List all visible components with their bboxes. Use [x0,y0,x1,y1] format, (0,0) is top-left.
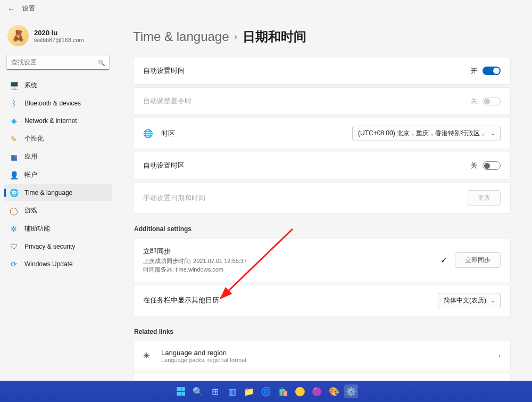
row-label: 手动设置日期和时间 [143,193,205,203]
language-icon: ✳ [143,351,153,360]
user-name: 2020 lu [34,29,84,37]
row-label: 自动设置时区 [143,161,185,170]
taskbar: 🔍 ⊞ ▥ 📁 🌀 🛍️ 🟡 🟣 🎨 ⚙️ [0,381,532,402]
taskbar-explorer-icon[interactable]: 📁 [242,384,256,398]
checkmark-icon: ✓ [440,255,447,265]
sidebar-item-personalization[interactable]: ✎个性化 [4,130,112,147]
taskbar-settings-icon[interactable]: ⚙️ [344,384,358,398]
taskbar-widgets-icon[interactable]: ▥ [225,384,239,398]
user-block[interactable]: 🧸 2020 lu wslbb87@163.com [4,25,112,55]
search-box: 🔍 [6,55,110,70]
sync-line1: 上次成功同步时间: 2021.07.01 12:56:37 [143,257,247,266]
toggle-auto-tz[interactable]: 关 [471,161,501,170]
sidebar-item-accessibility[interactable]: ✲辅助功能 [4,220,112,237]
sidebar-item-accounts[interactable]: 👤帐户 [4,166,112,184]
sidebar-item-gaming[interactable]: ◯游戏 [4,202,112,219]
gaming-icon: ◯ [10,207,18,215]
row-manual-datetime: 手动设置日期和时间 更改 [133,182,511,214]
breadcrumb-current: 日期和时间 [243,28,306,45]
taskbar-paint-icon[interactable]: 🎨 [327,384,341,398]
row-label: 在任务栏中显示其他日历 [143,296,219,305]
taskbar-app-icon[interactable]: 🟣 [310,384,324,398]
chevron-right-icon: › [498,352,501,359]
row-auto-time: 自动设置时间 开 [133,57,511,85]
chevron-down-icon: ⌄ [491,298,495,303]
update-icon: ⟳ [10,260,18,268]
toggle-auto-dst: 关 [471,97,501,106]
row-taskbar-calendar: 在任务栏中显示其他日历 简体中文(农历) ⌄ [133,285,511,316]
bluetooth-icon: ᛒ [10,99,18,108]
taskbar-edge-icon[interactable]: 🌀 [259,384,273,398]
content: Time & language › 日期和时间 自动设置时间 开 自动调整夏令时… [116,18,532,402]
main-layout: 🧸 2020 lu wslbb87@163.com 🔍 🖥️系统 ᛒBlueto… [0,18,532,402]
nav-list: 🖥️系统 ᛒBluetooth & devices ◈Network & int… [4,77,112,273]
chevron-right-icon: › [235,32,237,42]
taskbar-taskview-icon[interactable]: ⊞ [208,384,222,398]
row-sync-now: 立即同步 上次成功同步时间: 2021.07.01 12:56:37 时间服务器… [133,238,511,282]
shield-icon: 🛡 [10,242,18,251]
sidebar: 🧸 2020 lu wslbb87@163.com 🔍 🖥️系统 ᛒBlueto… [0,18,116,402]
switch-off-icon [483,97,501,105]
sidebar-item-windows-update[interactable]: ⟳Windows Update [4,256,112,273]
sidebar-item-time-language[interactable]: 🌐Time & language [4,184,112,201]
header-title: 设置 [22,4,35,13]
sidebar-item-network[interactable]: ◈Network & internet [4,112,112,129]
accessibility-icon: ✲ [10,225,18,233]
system-icon: 🖥️ [10,81,18,90]
dropdown-calendar[interactable]: 简体中文(农历) ⌄ [438,293,501,308]
search-icon: 🔍 [98,59,105,66]
toggle-auto-time[interactable]: 开 [471,67,501,76]
sidebar-item-system[interactable]: 🖥️系统 [4,77,112,94]
window-header: ← 设置 [0,0,532,18]
switch-off-icon [483,161,501,170]
taskbar-store-icon[interactable]: 🛍️ [276,384,290,398]
row-timezone: 🌐 时区 (UTC+08:00) 北京，重庆，香港特别行政区， ⌄ [133,118,511,149]
network-icon: ◈ [10,117,18,125]
row-auto-dst: 自动调整夏令时 关 [133,87,511,115]
row-label: 自动调整夏令时 [143,96,192,106]
row-auto-timezone: 自动设置时区 关 [133,152,511,179]
breadcrumb-parent[interactable]: Time & language [133,29,229,44]
avatar: 🧸 [7,25,29,46]
accounts-icon: 👤 [10,171,18,179]
breadcrumb: Time & language › 日期和时间 [133,28,511,45]
switch-on-icon [483,67,501,75]
section-additional: Additional settings [134,225,511,233]
search-input[interactable] [6,55,110,70]
taskbar-search-icon[interactable]: 🔍 [191,384,205,398]
sync-line2: 时间服务器: time.windows.com [143,265,247,274]
brush-icon: ✎ [10,135,18,143]
section-related: Related links [134,328,511,335]
time-icon: 🌐 [10,188,18,197]
chevron-down-icon: ⌄ [491,130,495,136]
sync-now-button[interactable]: 立即同步 [455,252,501,268]
sidebar-item-bluetooth[interactable]: ᛒBluetooth & devices [4,95,112,112]
link-language-region[interactable]: ✳ Language and region Language packs, re… [133,341,511,371]
row-label: 时区 [161,129,175,138]
back-icon[interactable]: ← [7,5,15,13]
start-button[interactable] [174,384,188,398]
globe-icon: 🌐 [143,129,153,138]
sync-title: 立即同步 [143,246,247,257]
dropdown-timezone[interactable]: (UTC+08:00) 北京，重庆，香港特别行政区， ⌄ [352,126,501,141]
sidebar-item-privacy[interactable]: 🛡Privacy & security [4,238,112,255]
apps-icon: ▦ [10,153,18,161]
change-button[interactable]: 更改 [468,190,501,206]
user-email: wslbb87@163.com [34,37,84,43]
taskbar-chrome-icon[interactable]: 🟡 [293,384,307,398]
row-label: 自动设置时间 [143,66,185,76]
sidebar-item-apps[interactable]: ▦应用 [4,148,112,166]
